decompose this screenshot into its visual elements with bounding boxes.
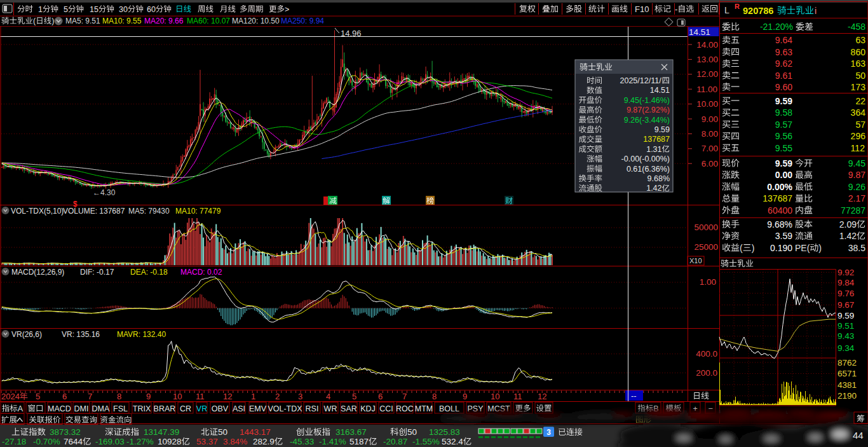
svg-text:-20.87: -20.87 (383, 437, 407, 446)
svg-text:ROC: ROC (396, 404, 414, 413)
svg-text:0.00%: 0.00% (767, 182, 792, 192)
svg-text:-21.20%: -21.20% (760, 22, 793, 32)
svg-text:1: 1 (251, 392, 255, 401)
svg-text:KDJ: KDJ (360, 404, 376, 413)
svg-text:9.63: 9.63 (775, 47, 792, 57)
svg-text:60400: 60400 (768, 205, 792, 216)
svg-text:ASI: ASI (233, 404, 245, 413)
svg-text:13147.39: 13147.39 (144, 427, 179, 437)
svg-text:9.87(2.92%): 9.87(2.92%) (627, 106, 670, 114)
svg-text:1443.17: 1443.17 (240, 427, 271, 437)
svg-text:1.31: 1.31 (646, 145, 661, 154)
svg-text:MAVR: 132.40: MAVR: 132.40 (117, 330, 166, 339)
svg-text:3.59: 3.59 (775, 231, 792, 241)
svg-text:DMI: DMI (74, 404, 89, 413)
svg-text:9.60: 9.60 (775, 82, 792, 92)
svg-text:-1.41%: -1.41% (319, 437, 346, 446)
svg-text:10: 10 (173, 392, 182, 401)
svg-text:9: 9 (463, 392, 467, 401)
svg-text:0.190: 0.190 (770, 243, 792, 253)
svg-text:15: 15 (90, 5, 98, 14)
svg-text:1.42: 1.42 (646, 184, 661, 193)
svg-text:MACD: MACD (48, 404, 71, 413)
svg-text:-169.03: -169.03 (95, 437, 125, 446)
svg-text:PE(: PE( (795, 243, 810, 253)
svg-text:30: 30 (119, 5, 128, 14)
svg-text:3163.67: 3163.67 (336, 427, 367, 437)
svg-text:>: > (285, 5, 289, 14)
svg-text:-: - (675, 4, 677, 14)
svg-text:1.42: 1.42 (839, 231, 857, 241)
svg-text:7644: 7644 (64, 437, 83, 446)
svg-text:9.59: 9.59 (775, 96, 792, 106)
svg-text:9.67: 9.67 (837, 300, 854, 310)
svg-text:8762: 8762 (837, 358, 857, 368)
svg-text:F10: F10 (635, 4, 649, 14)
svg-text:9: 9 (146, 392, 151, 401)
svg-text:77287: 77287 (841, 205, 865, 216)
svg-text:9.64: 9.64 (775, 35, 792, 45)
svg-text:10.00: 10.00 (696, 99, 718, 109)
svg-text:-458: -458 (848, 22, 865, 32)
svg-text:3873.32: 3873.32 (50, 427, 81, 437)
svg-text:-1.27%: -1.27% (126, 437, 154, 446)
svg-text:9.62: 9.62 (775, 58, 792, 69)
svg-text:i: i (815, 6, 817, 16)
svg-text:VOL-TDX: VOL-TDX (268, 404, 302, 413)
svg-text:DMA: DMA (92, 404, 110, 413)
svg-text:12: 12 (223, 392, 232, 401)
svg-text:57: 57 (855, 120, 865, 130)
svg-text:6: 6 (378, 392, 383, 401)
svg-text:38.5: 38.5 (848, 243, 865, 253)
svg-text:-45.33: -45.33 (290, 437, 314, 446)
svg-text:11.00: 11.00 (696, 85, 717, 94)
svg-text:137687: 137687 (763, 193, 792, 203)
svg-text:7: 7 (402, 392, 407, 401)
svg-text:4: 4 (326, 392, 330, 401)
svg-text:8: 8 (117, 392, 121, 401)
svg-text:): ) (752, 243, 755, 253)
svg-text:MA120: 10.50: MA120: 10.50 (232, 17, 280, 25)
svg-text:EMV: EMV (249, 404, 267, 413)
svg-text:6571: 6571 (837, 369, 857, 378)
svg-text:112: 112 (851, 143, 865, 153)
svg-text:14.51: 14.51 (689, 27, 710, 37)
svg-text:9.00: 9.00 (702, 114, 718, 124)
svg-text:920786: 920786 (743, 6, 773, 16)
svg-text:2025/12/11/: 2025/12/11/ (620, 76, 662, 85)
svg-text:14.00: 14.00 (696, 40, 718, 50)
svg-text:MA20: 9.66: MA20: 9.66 (144, 17, 184, 25)
svg-text:9.26(-3.44%): 9.26(-3.44%) (624, 116, 670, 125)
svg-text:MA60: 10.07: MA60: 10.07 (187, 17, 230, 25)
svg-text:9.45: 9.45 (848, 158, 865, 168)
svg-text:9.34: 9.34 (837, 343, 855, 353)
svg-text:BRAR: BRAR (154, 404, 176, 413)
svg-text:TRIX: TRIX (133, 404, 151, 413)
svg-text:1.00: 1.00 (700, 277, 716, 287)
svg-text:1325.83: 1325.83 (429, 427, 460, 437)
svg-text:6.00: 6.00 (702, 159, 718, 168)
svg-text:9.26: 9.26 (848, 182, 865, 192)
svg-text:←4.30: ←4.30 (93, 188, 116, 197)
svg-text:50: 50 (855, 71, 865, 81)
svg-text:WR: WR (324, 404, 337, 413)
svg-text:L: L (724, 5, 729, 15)
svg-text:9.58: 9.58 (775, 107, 792, 118)
svg-text:22: 22 (855, 96, 865, 106)
svg-text:RSI: RSI (306, 404, 319, 413)
svg-text:6: 6 (62, 392, 67, 401)
svg-text:50: 50 (407, 427, 417, 437)
svg-text:7: 7 (88, 392, 92, 401)
svg-text:MA5: 9.51: MA5: 9.51 (65, 17, 100, 25)
svg-text:137687: 137687 (643, 135, 670, 144)
svg-text:282.9: 282.9 (253, 437, 275, 446)
svg-text:9.84: 9.84 (837, 278, 855, 287)
svg-text:25000: 25000 (695, 242, 719, 252)
svg-text:VOL-TDX(5,10): VOL-TDX(5,10) (11, 207, 64, 216)
svg-text:R: R (735, 3, 740, 10)
svg-text:9.87: 9.87 (848, 170, 865, 180)
svg-text:9.45(-1.46%): 9.45(-1.46%) (624, 96, 670, 105)
svg-text:DIF: -0.17: DIF: -0.17 (80, 268, 114, 277)
svg-text:9.92: 9.92 (837, 268, 854, 277)
svg-text:9.57: 9.57 (775, 120, 792, 130)
